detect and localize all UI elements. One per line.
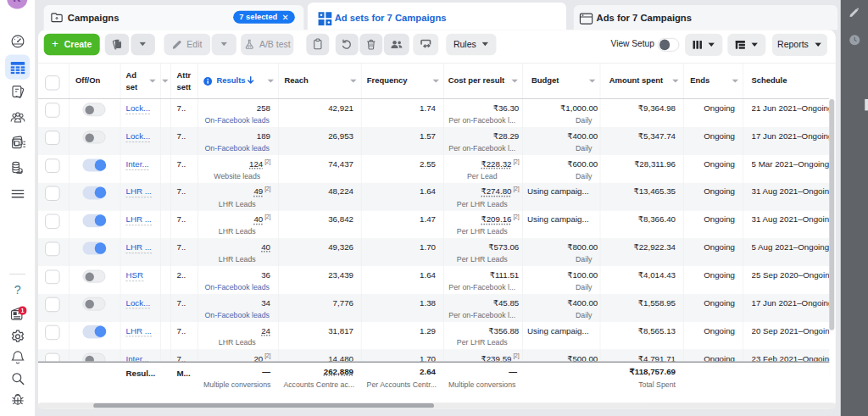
svg-text:1: 1 <box>20 308 24 314</box>
